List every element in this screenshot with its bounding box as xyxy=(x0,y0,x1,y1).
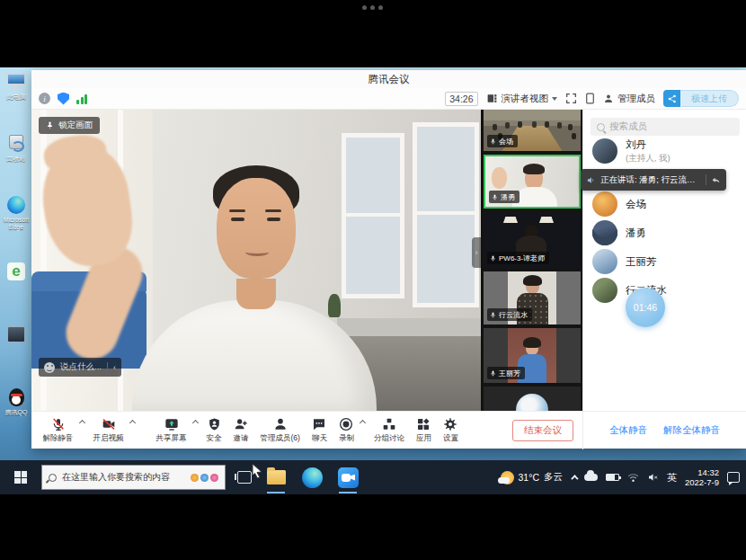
invite-icon xyxy=(234,417,248,431)
taskbar-file-explorer[interactable] xyxy=(264,460,288,494)
taskbar-tray: 31°C 多云 英 14:32 2022-7-9 xyxy=(501,467,746,487)
settings-button[interactable]: 设置 xyxy=(437,413,464,449)
battery-icon[interactable] xyxy=(606,474,619,481)
start-button[interactable] xyxy=(0,460,41,494)
speaker-icon xyxy=(586,175,596,185)
desktop-icon-recycle-bin[interactable]: 回收站 xyxy=(1,132,31,163)
desktop-icon-this-pc[interactable]: 此电脑 xyxy=(1,73,31,101)
pin-icon xyxy=(46,121,54,129)
collapse-thumbnails-button[interactable]: › xyxy=(472,237,481,268)
view-mode-button[interactable]: 演讲者视图 xyxy=(486,93,558,105)
fullscreen-icon[interactable] xyxy=(565,93,577,104)
members-icon xyxy=(273,417,288,431)
mic-muted-icon xyxy=(51,417,66,431)
action-center-icon[interactable] xyxy=(727,472,740,483)
thumbnail-participant[interactable] xyxy=(484,387,581,411)
participant-row[interactable]: 会场 xyxy=(592,191,741,218)
settings-gear-icon xyxy=(443,417,457,431)
mic-icon xyxy=(490,138,496,145)
shield-status-icon[interactable] xyxy=(58,93,69,105)
cloud-tray-icon[interactable] xyxy=(584,474,598,481)
meeting-app-icon xyxy=(338,467,359,488)
weather-widget[interactable]: 31°C 多云 xyxy=(501,471,563,484)
main-video: 锁定画面 说点什么... ‹ › xyxy=(31,110,481,411)
security-button[interactable]: 安全 xyxy=(200,413,227,449)
mouse-cursor xyxy=(251,463,264,479)
hidden-icons-chevron[interactable] xyxy=(571,475,578,482)
taskbar-search-input[interactable]: 在这里输入你要搜索的内容 xyxy=(41,465,226,490)
layout-icon[interactable] xyxy=(585,93,595,104)
meeting-topbar: i 34:26 演讲者视图 xyxy=(31,88,746,110)
participant-row[interactable]: 王丽芳 xyxy=(592,248,741,275)
desktop-icon-qq[interactable]: 腾讯QQ xyxy=(1,387,31,416)
search-icon xyxy=(49,474,57,482)
desktop-icon-edge[interactable]: Microsoft Edge xyxy=(1,195,31,231)
end-meeting-button[interactable]: 结束会议 xyxy=(512,420,573,441)
thumbnail-participant[interactable]: 王丽芳 xyxy=(484,328,581,383)
invite-button[interactable]: 邀请 xyxy=(227,413,254,449)
window-title: 腾讯会议 xyxy=(369,73,410,86)
thumbnail-meeting-room[interactable]: 会场 xyxy=(484,110,581,151)
thumbnail-participant[interactable]: 行云流水 xyxy=(484,271,581,324)
windows-taskbar: 在这里输入你要搜索的内容 xyxy=(0,460,746,494)
meeting-bottom-bar: 解除静音 开启视频 xyxy=(31,411,746,449)
taskbar-clock[interactable]: 14:32 2022-7-9 xyxy=(685,467,719,487)
floating-timer-bubble[interactable]: 01:46 xyxy=(626,288,665,327)
chat-button[interactable]: 聊天 xyxy=(306,413,333,449)
task-view-icon[interactable] xyxy=(237,471,252,484)
taskbar-edge[interactable] xyxy=(300,460,324,494)
collapse-left-icon: ‹ xyxy=(113,363,116,372)
smiley-icon xyxy=(44,362,55,373)
mic-icon xyxy=(490,255,496,262)
mic-icon xyxy=(490,370,496,377)
wifi-icon[interactable] xyxy=(627,473,639,483)
thumbnail-active-speaker[interactable]: 潘勇 xyxy=(484,155,581,209)
quick-chat-input[interactable]: 说点什么... ‹ xyxy=(39,358,121,377)
avatar xyxy=(592,249,617,274)
taskbar-meeting-app[interactable] xyxy=(336,460,360,494)
apps-button[interactable]: 应用 xyxy=(410,413,437,449)
folder-icon xyxy=(267,470,286,484)
reply-arrow-icon[interactable] xyxy=(711,175,721,185)
speaker-face xyxy=(213,165,299,280)
chevron-down-icon xyxy=(552,97,557,101)
share-screen-button[interactable]: 共享屏幕 xyxy=(150,413,192,449)
camera-off-icon xyxy=(102,417,116,431)
avatar xyxy=(592,138,617,164)
manage-members-toolbar-button[interactable]: 管理成员(6) xyxy=(254,413,306,449)
breakout-rooms-button[interactable]: 分组讨论 xyxy=(368,413,410,449)
manage-members-button[interactable]: 管理成员 xyxy=(603,93,655,105)
participant-row[interactable]: 行云流水 xyxy=(592,277,741,304)
record-button[interactable]: 录制 xyxy=(333,413,360,449)
pin-view-button[interactable]: 锁定画面 xyxy=(39,117,100,134)
panel-bottom-actions: 全体静音 解除全体静音 xyxy=(582,412,746,449)
breakout-icon xyxy=(382,417,396,431)
share-screen-icon xyxy=(164,417,179,431)
thumbnail-participant[interactable]: PW6-3-谭老师 xyxy=(484,212,581,268)
unmute-button[interactable]: 解除静音 xyxy=(37,413,79,449)
desktop-icon-app[interactable] xyxy=(1,324,31,347)
desktop-icon-browser[interactable]: e xyxy=(1,262,31,283)
upload-status[interactable]: 极速上传 xyxy=(663,90,739,107)
network-signal-icon xyxy=(76,93,87,104)
participant-row[interactable]: 潘勇 xyxy=(592,219,741,246)
share-nodes-icon xyxy=(663,90,680,107)
volume-muted-icon[interactable] xyxy=(647,472,659,483)
participants-panel: 搜索成员 刘丹 (主持人, 我) 会场 xyxy=(582,110,746,411)
unmute-all-button[interactable]: 解除全体静音 xyxy=(663,424,720,437)
view-mode-icon xyxy=(486,93,498,104)
member-icon xyxy=(603,93,614,104)
search-members-input[interactable]: 搜索成员 xyxy=(591,118,740,136)
ellipsis-dots-icon xyxy=(362,5,383,10)
speaking-toast: 正在讲话: 潘勇; 行云流水... xyxy=(581,169,726,191)
mute-all-button[interactable]: 全体静音 xyxy=(609,424,647,437)
app-shortcut-icon xyxy=(5,326,27,346)
video-frame: 此电脑 回收站 Microsoft Edge e 腾讯QQ 腾讯会议 xyxy=(0,0,746,560)
qq-icon xyxy=(5,388,27,408)
green-browser-icon: e xyxy=(5,262,27,282)
participant-row[interactable]: 刘丹 (主持人, 我) xyxy=(592,135,741,167)
window-titlebar[interactable]: 腾讯会议 xyxy=(31,70,746,88)
input-language-indicator[interactable]: 英 xyxy=(667,471,677,484)
start-video-button[interactable]: 开启视频 xyxy=(87,413,129,449)
info-icon[interactable]: i xyxy=(39,93,50,104)
